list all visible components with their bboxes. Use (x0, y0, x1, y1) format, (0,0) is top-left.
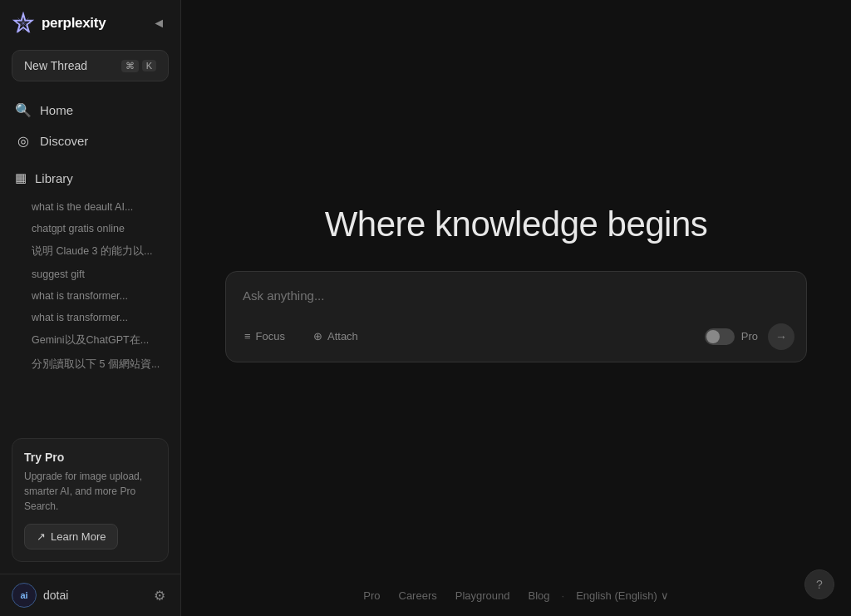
list-item[interactable]: Gemini以及ChatGPT在... (23, 328, 174, 352)
footer-link-playground[interactable]: Playground (449, 586, 517, 605)
list-item[interactable]: what is transformer... (23, 285, 174, 307)
discover-label: Discover (40, 134, 88, 148)
new-thread-button[interactable]: New Thread ⌘ K (12, 50, 169, 81)
app-name: perplexity (42, 15, 106, 32)
keyboard-shortcut: ⌘ K (121, 60, 156, 72)
attach-icon: ⊕ (313, 330, 322, 342)
learn-more-button[interactable]: ↗ Learn More (24, 524, 118, 549)
library-header[interactable]: ▦ Library (7, 163, 174, 193)
language-selector[interactable]: English (English) ∨ (569, 586, 676, 605)
try-pro-section: Try Pro Upgrade for image upload, smarte… (12, 438, 169, 562)
library-icon: ▦ (15, 170, 27, 185)
hero-title: Where knowledge begins (325, 205, 708, 244)
toolbar-left: ≡ Focus ⊕ Attach (238, 326, 365, 347)
list-item[interactable]: suggest gift (23, 264, 174, 285)
toggle-switch[interactable] (705, 328, 735, 345)
send-button[interactable]: → (768, 323, 794, 350)
footer-link-careers[interactable]: Careers (392, 586, 444, 605)
attach-button[interactable]: ⊕ Attach (307, 326, 365, 347)
discover-icon: ◎ (15, 133, 32, 149)
sidebar: perplexity ◄ New Thread ⌘ K 🔍 Home ◎ Dis… (0, 0, 181, 616)
help-button[interactable]: ? (804, 569, 834, 599)
main-content: Where knowledge begins ≡ Focus ⊕ Attach (181, 0, 851, 616)
footer-separator: · (562, 589, 565, 602)
home-label: Home (40, 103, 73, 117)
page-footer: Pro Careers Playground Blog · English (E… (181, 574, 851, 616)
focus-button[interactable]: ≡ Focus (238, 326, 292, 347)
library-items: what is the deault AI... chatgpt gratis … (7, 193, 174, 377)
pro-toggle[interactable]: Pro (705, 328, 758, 345)
toolbar-right: Pro → (705, 323, 794, 350)
list-item[interactable]: what is the deault AI... (23, 196, 174, 218)
pro-label: Pro (741, 330, 758, 342)
library-label: Library (35, 171, 73, 185)
nav-items: 🔍 Home ◎ Discover (0, 95, 180, 156)
sidebar-header: perplexity ◄ (0, 0, 180, 43)
settings-icon[interactable]: ⚙ (150, 584, 169, 607)
perplexity-logo-icon (12, 12, 35, 35)
toggle-knob (706, 330, 720, 343)
collapse-button[interactable]: ◄ (149, 12, 169, 34)
search-input[interactable] (243, 288, 790, 303)
focus-icon: ≡ (244, 330, 251, 342)
search-input-area[interactable] (226, 272, 806, 315)
library-section: ▦ Library what is the deault AI... chatg… (0, 156, 180, 377)
home-icon: 🔍 (15, 102, 32, 118)
footer-link-blog[interactable]: Blog (522, 586, 557, 605)
sidebar-footer: ai dotai ⚙ (0, 574, 180, 616)
hero-section: Where knowledge begins ≡ Focus ⊕ Attach (181, 205, 851, 362)
try-pro-description: Upgrade for image upload, smarter AI, an… (24, 469, 156, 514)
user-area[interactable]: ai dotai (12, 583, 68, 608)
learn-more-arrow-icon: ↗ (37, 530, 46, 543)
search-box: ≡ Focus ⊕ Attach Pro → (225, 271, 807, 362)
avatar: ai (12, 583, 37, 608)
list-item[interactable]: 分別讀取以下 5 個網站資... (23, 352, 174, 377)
footer-link-pro[interactable]: Pro (357, 586, 386, 605)
list-item[interactable]: what is transformer... (23, 307, 174, 328)
logo-area[interactable]: perplexity (12, 12, 106, 35)
try-pro-title: Try Pro (24, 451, 156, 464)
chevron-down-icon: ∨ (661, 589, 669, 602)
search-toolbar: ≡ Focus ⊕ Attach Pro → (226, 315, 806, 362)
sidebar-item-discover[interactable]: ◎ Discover (7, 126, 174, 156)
username: dotai (43, 589, 68, 602)
list-item[interactable]: 说明 Claude 3 的能力以... (23, 239, 174, 264)
list-item[interactable]: chatgpt gratis online (23, 218, 174, 239)
sidebar-item-home[interactable]: 🔍 Home (7, 95, 174, 126)
